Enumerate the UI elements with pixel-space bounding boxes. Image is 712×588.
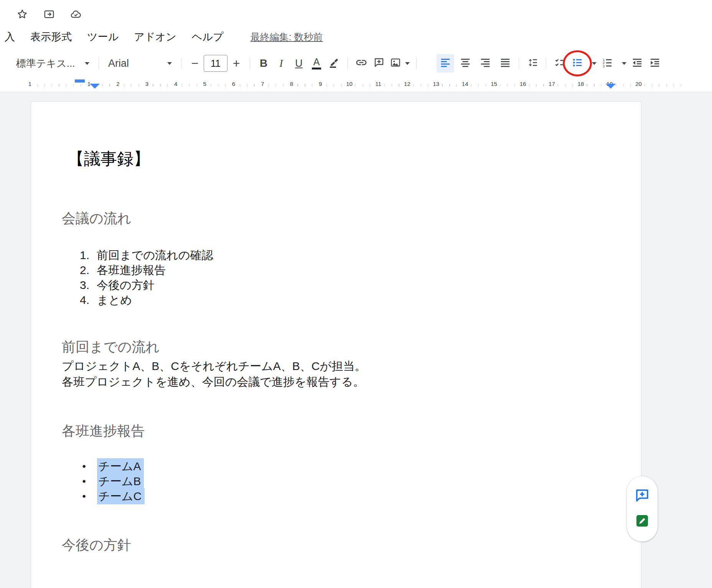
list-text: 各班進捗報告 (97, 263, 166, 277)
align-left-icon (440, 57, 451, 70)
checklist-icon (554, 57, 565, 70)
comment-plus-icon (634, 487, 650, 505)
body-line[interactable]: 各班プロジェクトを進め、今回の会議で進捗を報告する。 (62, 374, 366, 390)
italic-icon: I (279, 57, 283, 69)
cloud-check-icon[interactable] (69, 7, 83, 21)
font-size-input[interactable] (204, 55, 227, 72)
numbered-list-options-button[interactable] (616, 54, 628, 73)
bold-button[interactable]: B (255, 54, 272, 73)
body-paragraph[interactable]: プロジェクトA、B、CをそれぞれチームA、B、Cが担当。 各班プロジェクトを進め… (62, 358, 366, 390)
last-edit-link[interactable]: 最終編集: 数秒前 (251, 31, 323, 43)
ruler-number: 5 (201, 81, 208, 87)
heading-future-policy[interactable]: 今後の方針 (62, 536, 131, 555)
increase-indent-icon (649, 57, 661, 70)
list-number: 1. (80, 248, 89, 263)
list-item[interactable]: ● チームC (31, 488, 641, 503)
bulleted-list-options-button[interactable] (586, 54, 598, 73)
plus-icon: + (233, 56, 240, 71)
doc-title[interactable]: 【議事録】 (68, 148, 150, 170)
menu-item-addons[interactable]: アドオン (134, 30, 176, 44)
paragraph-style-selector[interactable]: 標準テキス... (12, 54, 94, 73)
insert-image-button[interactable] (388, 54, 412, 73)
ruler-number: 7 (259, 81, 265, 87)
underline-button[interactable]: U (290, 54, 308, 73)
ruler-number: 3 (144, 81, 150, 87)
left-indent-marker[interactable] (90, 84, 100, 89)
document-page[interactable]: 【議事録】 会議の流れ 1. 前回までの流れの確認 2. 各班進捗報告 3. 今… (31, 101, 641, 588)
increase-font-size-button[interactable]: + (227, 54, 245, 73)
bulleted-list-button[interactable] (569, 54, 586, 73)
highlighter-icon (328, 57, 340, 70)
bullet-icon: ● (82, 489, 86, 504)
heading-previous-flow[interactable]: 前回までの流れ (62, 338, 160, 357)
team-list: ● チームA ● チームB ● チームC (31, 458, 641, 503)
numbered-list-button[interactable]: 123 (598, 54, 616, 73)
bulleted-list-icon (572, 57, 583, 70)
font-selector[interactable]: Arial (104, 54, 176, 73)
list-item[interactable]: ● チームA (31, 458, 641, 473)
selected-text[interactable]: チームA (97, 458, 144, 474)
heading-progress-report[interactable]: 各班進捗報告 (62, 422, 145, 441)
floating-suggest-edits-button[interactable] (633, 512, 651, 531)
align-center-button[interactable] (457, 54, 474, 73)
floating-action-dock (627, 476, 658, 542)
ruler-number: 8 (288, 81, 295, 87)
ruler-number: 9 (317, 81, 323, 87)
right-indent-marker[interactable] (606, 84, 616, 89)
toolbar-separator (416, 58, 417, 69)
selected-text[interactable]: チームB (97, 473, 144, 489)
list-item[interactable]: 1. 前回までの流れの確認 (31, 248, 641, 263)
justify-button[interactable] (496, 54, 514, 73)
chevron-down-icon (622, 62, 626, 65)
ruler-number: 20 (634, 81, 643, 87)
list-item[interactable]: 2. 各班進捗報告 (31, 263, 641, 277)
ruler-number: 2 (115, 81, 121, 87)
list-number: 4. (80, 292, 89, 307)
ruler: 1 1234567891011121314151617181920 (0, 78, 712, 92)
list-number: 2. (80, 263, 89, 277)
heading-meeting-flow[interactable]: 会議の流れ (62, 209, 132, 228)
star-icon[interactable] (15, 7, 29, 21)
font-label: Arial (108, 58, 129, 69)
ruler-number: 14 (460, 81, 470, 87)
checklist-button[interactable] (551, 54, 569, 73)
numbered-list-icon: 123 (602, 57, 613, 70)
floating-add-comment-button[interactable] (633, 487, 651, 505)
body-line[interactable]: プロジェクトA、B、CをそれぞれチームA、B、Cが担当。 (62, 358, 366, 374)
move-folder-icon[interactable] (42, 7, 56, 21)
menu-item-format[interactable]: 表示形式 (30, 30, 72, 44)
agenda-list: 1. 前回までの流れの確認 2. 各班進捗報告 3. 今後の方針 4. まとめ (31, 248, 641, 307)
list-item[interactable]: ● チームB (31, 473, 641, 488)
list-item[interactable]: 3. 今後の方針 (31, 277, 641, 292)
menu-item-insert-partial[interactable]: 入 (5, 30, 15, 44)
decrease-font-size-button[interactable]: − (186, 54, 204, 73)
decrease-indent-button[interactable] (628, 54, 646, 73)
chevron-down-icon (167, 62, 172, 65)
add-comment-button[interactable] (370, 54, 388, 73)
selected-text[interactable]: チームC (97, 488, 145, 504)
svg-text:3: 3 (603, 64, 605, 68)
ruler-ticks (30, 84, 685, 86)
menubar: 入 表示形式 ツール アドオン ヘルプ 最終編集: 数秒前 (0, 28, 712, 45)
image-icon (390, 57, 401, 70)
align-right-button[interactable] (476, 54, 494, 73)
increase-indent-button[interactable] (646, 54, 664, 73)
highlight-color-button[interactable] (325, 54, 343, 73)
insert-link-button[interactable] (353, 54, 370, 73)
menu-item-help[interactable]: ヘルプ (192, 30, 224, 44)
line-spacing-button[interactable] (524, 54, 541, 73)
align-left-button[interactable] (437, 54, 454, 73)
comment-plus-icon (373, 57, 385, 70)
first-line-indent-marker[interactable] (75, 79, 85, 83)
chevron-down-icon (592, 62, 597, 65)
menu-item-tools[interactable]: ツール (87, 30, 119, 44)
toolbar-separator (181, 58, 181, 69)
ruler-number: 13 (431, 81, 441, 87)
list-item[interactable]: 4. まとめ (31, 292, 641, 307)
text-color-button[interactable]: A (308, 54, 325, 73)
ruler-number: 18 (576, 81, 585, 87)
align-right-icon (480, 57, 491, 70)
formatting-toolbar: 標準テキス... Arial − + B I U A (0, 49, 712, 78)
ruler-number: 11 (374, 81, 383, 87)
italic-button[interactable]: I (272, 54, 290, 73)
